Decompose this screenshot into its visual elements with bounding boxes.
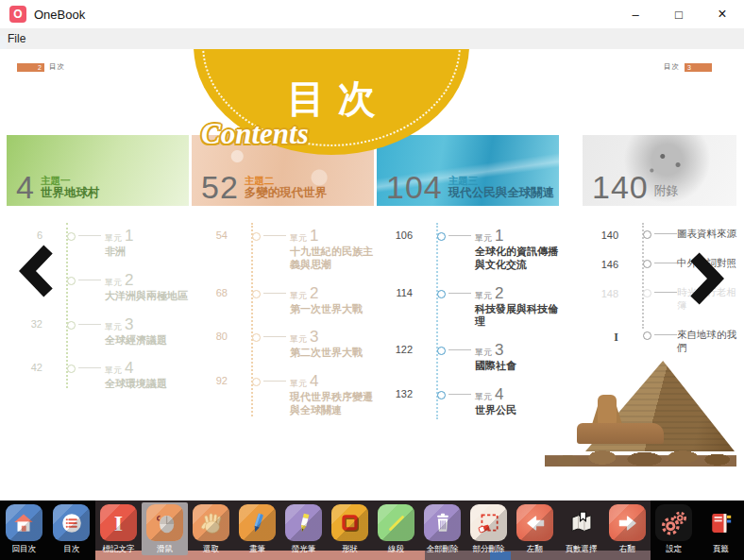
pen-icon [239,504,276,541]
unit-label: 單元 [105,277,122,289]
item-title: 全球化的資訊傳播與文化交流 [475,246,559,272]
toolbar-button-back-to-toc[interactable]: 回目次 [0,502,48,555]
toc-item[interactable]: 132 單元4 世界公民 [377,385,559,417]
toolbar-button-toc[interactable]: 目次 [48,502,96,555]
next-page-arrow[interactable] [688,251,728,306]
toc-item[interactable]: 42 單元4 全球環境議題 [7,359,189,391]
toolbar-label: 左翻 [527,544,543,555]
highlighter-icon [285,504,322,541]
item-connector [654,334,677,335]
shape-icon [331,504,368,541]
toc-item[interactable]: I 來自地球的我們 [583,328,736,355]
item-bullet [643,260,651,268]
toc-item[interactable]: 68 單元2 第一次世界大戰 [192,284,374,316]
item-connector [448,394,471,395]
theme3-header-image: 104 主題三 現代公民與全球關連 [377,135,559,206]
item-bullet [252,290,261,298]
unit-label: 單元 [290,333,307,346]
toolbar-button-delete-partial[interactable]: 部分刪除 [465,502,512,555]
toolbar-button-page-picker[interactable]: 頁數選擇 [558,502,604,555]
item-bullet [252,378,261,386]
item-page-number: 106 [377,229,418,241]
ruins-base [545,440,736,467]
item-bullet [643,230,651,239]
page-map-icon [563,504,600,541]
item-page-number: 68 [192,287,233,298]
unit-label: 單元 [475,232,492,245]
item-page-number: 140 [583,229,624,241]
toolbar-label: 全部刪除 [427,544,459,555]
unit-label: 單元 [290,290,307,302]
item-bullet [67,321,76,330]
item-title: 全球經濟議題 [105,334,167,348]
item-title: 第二次世界大戰 [290,347,363,360]
toc-item[interactable]: 32 單元3 全球經濟議題 [7,315,189,348]
page-corner-label: 目次 [49,62,65,72]
theme-page-number: 104 [386,173,443,202]
toc-item[interactable]: 122 單元3 國際社會 [377,341,559,373]
toolbar-label: 滑鼠 [157,544,173,555]
item-connector [448,235,471,236]
item-bullet [67,232,76,241]
toc-column-theme2: 52 主題二 多變的現代世界 54 單元1 十九世紀的民族主義與思潮 68 單元… [192,135,374,430]
item-bullet [67,365,76,373]
toolbar-label: 標記文字 [103,544,135,555]
maximize-button[interactable]: □ [657,0,701,28]
unit-label: 單元 [105,365,122,377]
toolbar-button-flip-left[interactable]: 左翻 [512,502,558,555]
item-title: 第一次世界大戰 [290,303,363,316]
item-bullet [643,331,651,340]
previous-page-arrow[interactable] [15,244,55,298]
book-page: 2 目次 目次 3 4 主題一 世界地球村 6 單元1 非洲 [0,49,744,501]
toolbar-button-mouse[interactable]: 滑鼠 [142,502,188,555]
toolbar-button-settings[interactable]: 設定 [651,502,698,555]
item-connector [263,235,286,236]
toc-item[interactable]: 80 單元3 第二次世界大戰 [192,328,374,360]
text-cursor-icon: I [100,504,137,541]
theme-page-number: 140 [592,173,649,202]
item-connector [78,367,101,368]
item-title: 圖表資料來源 [677,228,736,241]
toolbar-button-page-tabs[interactable]: 頁籤 [698,502,744,555]
unit-number: 4 [495,385,503,404]
close-button[interactable]: × [701,0,744,28]
toc-item[interactable]: 114 單元2 科技發展與科技倫理 [377,284,559,330]
item-page-number: 6 [7,229,48,241]
unit-number: 1 [495,227,503,246]
toc-item[interactable]: 140 圖表資料來源 [583,227,736,241]
toolbar-button-mark-text[interactable]: I 標記文字 [95,502,142,555]
bottom-toolbar: 回目次 目次 I 標記文字 [0,501,744,560]
item-page-number: 80 [192,331,233,342]
toc-item[interactable]: 54 單元1 十九世紀的民族主義與思潮 [192,227,374,272]
toolbar-button-pen[interactable]: 畫筆 [234,502,280,555]
page-number-left: 2 目次 [17,62,65,72]
page-number-right: 目次 3 [664,62,712,72]
theme-label: 主題一 [41,175,100,186]
toolbar-label: 設定 [666,544,682,555]
item-title: 十九世紀的民族主義與思潮 [290,246,374,272]
toc-item[interactable]: 106 單元1 全球化的資訊傳播與文化交流 [377,227,559,272]
gear-icon [655,504,692,541]
item-title: 大洋洲與兩極地區 [105,290,188,303]
minimize-button[interactable]: – [614,0,657,28]
toolbar-button-shape[interactable]: 形狀 [327,502,373,555]
theme-title: 現代公民與全球關連 [448,186,555,200]
toolbar-label: 右翻 [619,544,635,555]
unit-number: 1 [310,227,318,246]
toolbar-label: 畫筆 [249,544,265,555]
toolbar-button-highlighter[interactable]: 螢光筆 [280,502,327,555]
toolbar-button-select[interactable]: 選取 [188,502,234,555]
unit-label: 單元 [475,290,492,302]
unit-number: 2 [125,271,133,290]
toolbar-button-line[interactable]: 線段 [373,502,419,555]
item-title: 現代世界秩序變遷與全球關連 [290,391,374,417]
toolbar-label: 選取 [203,544,219,555]
toc-item[interactable]: 92 單元4 現代世界秩序變遷與全球關連 [192,372,374,417]
toolbar-button-flip-right[interactable]: 右翻 [604,502,651,555]
toolbar-label: 線段 [388,544,404,555]
unit-number: 4 [125,359,133,378]
item-connector [654,263,677,263]
toolbar-button-delete-all[interactable]: 全部刪除 [419,502,465,555]
page-number-badge: 2 [17,63,44,72]
unit-number: 1 [125,227,133,246]
